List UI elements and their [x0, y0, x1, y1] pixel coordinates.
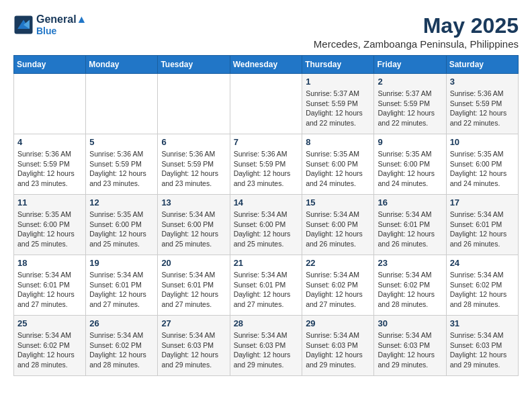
calendar-week-4: 18Sunrise: 5:34 AM Sunset: 6:01 PM Dayli… [14, 255, 519, 316]
calendar-cell: 16Sunrise: 5:34 AM Sunset: 6:01 PM Dayli… [374, 195, 446, 255]
calendar-cell [230, 74, 302, 134]
calendar-cell: 5Sunrise: 5:36 AM Sunset: 5:59 PM Daylig… [86, 134, 158, 195]
day-info: Sunrise: 5:34 AM Sunset: 6:01 PM Dayligh… [378, 210, 442, 249]
calendar-cell: 11Sunrise: 5:35 AM Sunset: 6:00 PM Dayli… [14, 195, 86, 255]
calendar-week-1: 1Sunrise: 5:37 AM Sunset: 5:59 PM Daylig… [14, 74, 519, 134]
day-info: Sunrise: 5:36 AM Sunset: 5:59 PM Dayligh… [450, 89, 515, 128]
calendar-cell: 10Sunrise: 5:35 AM Sunset: 6:00 PM Dayli… [446, 134, 518, 195]
calendar-cell: 25Sunrise: 5:34 AM Sunset: 6:02 PM Dayli… [14, 316, 86, 376]
calendar-cell: 20Sunrise: 5:34 AM Sunset: 6:01 PM Dayli… [158, 255, 230, 316]
day-info: Sunrise: 5:34 AM Sunset: 6:02 PM Dayligh… [17, 330, 82, 370]
day-number: 18 [17, 258, 82, 268]
calendar-cell: 21Sunrise: 5:34 AM Sunset: 6:01 PM Dayli… [230, 255, 302, 316]
day-number: 5 [89, 137, 154, 147]
day-number: 17 [450, 197, 515, 208]
day-info: Sunrise: 5:34 AM Sunset: 6:01 PM Dayligh… [234, 270, 299, 310]
calendar-cell: 24Sunrise: 5:34 AM Sunset: 6:02 PM Dayli… [446, 255, 518, 316]
day-info: Sunrise: 5:34 AM Sunset: 6:00 PM Dayligh… [306, 210, 370, 249]
day-info: Sunrise: 5:36 AM Sunset: 5:59 PM Dayligh… [161, 149, 226, 189]
day-info: Sunrise: 5:36 AM Sunset: 5:59 PM Dayligh… [17, 149, 82, 189]
day-info: Sunrise: 5:35 AM Sunset: 6:00 PM Dayligh… [450, 149, 515, 189]
day-number: 9 [378, 137, 442, 147]
calendar-cell: 12Sunrise: 5:35 AM Sunset: 6:00 PM Dayli… [86, 195, 158, 255]
weekday-header-tuesday: Tuesday [158, 56, 230, 74]
calendar-cell: 19Sunrise: 5:34 AM Sunset: 6:01 PM Dayli… [86, 255, 158, 316]
day-number: 11 [17, 197, 82, 208]
calendar-cell: 26Sunrise: 5:34 AM Sunset: 6:02 PM Dayli… [86, 316, 158, 376]
calendar-cell: 28Sunrise: 5:34 AM Sunset: 6:03 PM Dayli… [230, 316, 302, 376]
day-number: 24 [450, 258, 515, 268]
day-number: 2 [378, 77, 442, 87]
day-info: Sunrise: 5:37 AM Sunset: 5:59 PM Dayligh… [378, 89, 442, 128]
day-number: 29 [306, 318, 370, 328]
day-number: 25 [17, 318, 82, 328]
day-number: 28 [234, 318, 299, 328]
day-info: Sunrise: 5:34 AM Sunset: 6:03 PM Dayligh… [234, 330, 299, 370]
calendar-cell: 13Sunrise: 5:34 AM Sunset: 6:00 PM Dayli… [158, 195, 230, 255]
weekday-header-thursday: Thursday [302, 56, 374, 74]
day-info: Sunrise: 5:34 AM Sunset: 6:02 PM Dayligh… [450, 270, 515, 310]
day-info: Sunrise: 5:36 AM Sunset: 5:59 PM Dayligh… [234, 149, 299, 189]
day-number: 7 [234, 137, 299, 147]
weekday-header-row: SundayMondayTuesdayWednesdayThursdayFrid… [14, 56, 519, 74]
calendar-cell: 1Sunrise: 5:37 AM Sunset: 5:59 PM Daylig… [302, 74, 374, 134]
day-info: Sunrise: 5:34 AM Sunset: 6:01 PM Dayligh… [89, 270, 154, 310]
day-number: 23 [378, 258, 442, 268]
day-number: 20 [161, 258, 226, 268]
weekday-header-sunday: Sunday [14, 56, 86, 74]
day-info: Sunrise: 5:34 AM Sunset: 6:00 PM Dayligh… [161, 210, 226, 249]
day-info: Sunrise: 5:34 AM Sunset: 6:03 PM Dayligh… [450, 330, 515, 370]
calendar-week-5: 25Sunrise: 5:34 AM Sunset: 6:02 PM Dayli… [14, 316, 519, 376]
calendar-cell: 31Sunrise: 5:34 AM Sunset: 6:03 PM Dayli… [446, 316, 518, 376]
day-number: 31 [450, 318, 515, 328]
day-info: Sunrise: 5:37 AM Sunset: 5:59 PM Dayligh… [306, 89, 370, 128]
day-info: Sunrise: 5:35 AM Sunset: 6:00 PM Dayligh… [306, 149, 370, 189]
day-info: Sunrise: 5:34 AM Sunset: 6:03 PM Dayligh… [306, 330, 370, 370]
calendar-cell: 8Sunrise: 5:35 AM Sunset: 6:00 PM Daylig… [302, 134, 374, 195]
calendar-cell: 30Sunrise: 5:34 AM Sunset: 6:03 PM Dayli… [374, 316, 446, 376]
calendar-cell [14, 74, 86, 134]
day-info: Sunrise: 5:36 AM Sunset: 5:59 PM Dayligh… [89, 149, 154, 189]
month-title: May 2025 [314, 13, 519, 38]
day-number: 6 [161, 137, 226, 147]
calendar-cell: 2Sunrise: 5:37 AM Sunset: 5:59 PM Daylig… [374, 74, 446, 134]
location-title: Mercedes, Zamboanga Peninsula, Philippin… [314, 38, 519, 50]
calendar-cell: 14Sunrise: 5:34 AM Sunset: 6:00 PM Dayli… [230, 195, 302, 255]
day-info: Sunrise: 5:34 AM Sunset: 6:01 PM Dayligh… [161, 270, 226, 310]
calendar-cell: 4Sunrise: 5:36 AM Sunset: 5:59 PM Daylig… [14, 134, 86, 195]
logo: General▲ Blue [13, 13, 87, 36]
calendar-cell: 17Sunrise: 5:34 AM Sunset: 6:01 PM Dayli… [446, 195, 518, 255]
weekday-header-saturday: Saturday [446, 56, 518, 74]
logo-text: General▲ Blue [36, 13, 87, 36]
day-number: 22 [306, 258, 370, 268]
day-number: 14 [234, 197, 299, 208]
day-info: Sunrise: 5:34 AM Sunset: 6:02 PM Dayligh… [89, 330, 154, 370]
day-info: Sunrise: 5:34 AM Sunset: 6:00 PM Dayligh… [234, 210, 299, 249]
calendar-cell [86, 74, 158, 134]
weekday-header-wednesday: Wednesday [230, 56, 302, 74]
day-info: Sunrise: 5:34 AM Sunset: 6:03 PM Dayligh… [161, 330, 226, 370]
day-number: 13 [161, 197, 226, 208]
weekday-header-friday: Friday [374, 56, 446, 74]
calendar-cell: 9Sunrise: 5:35 AM Sunset: 6:00 PM Daylig… [374, 134, 446, 195]
day-number: 1 [306, 77, 370, 87]
day-number: 19 [89, 258, 154, 268]
calendar-cell: 23Sunrise: 5:34 AM Sunset: 6:02 PM Dayli… [374, 255, 446, 316]
day-info: Sunrise: 5:34 AM Sunset: 6:03 PM Dayligh… [378, 330, 442, 370]
calendar-cell: 18Sunrise: 5:34 AM Sunset: 6:01 PM Dayli… [14, 255, 86, 316]
calendar-cell: 27Sunrise: 5:34 AM Sunset: 6:03 PM Dayli… [158, 316, 230, 376]
day-number: 21 [234, 258, 299, 268]
day-info: Sunrise: 5:35 AM Sunset: 6:00 PM Dayligh… [17, 210, 82, 249]
calendar-cell: 7Sunrise: 5:36 AM Sunset: 5:59 PM Daylig… [230, 134, 302, 195]
calendar-week-2: 4Sunrise: 5:36 AM Sunset: 5:59 PM Daylig… [14, 134, 519, 195]
day-info: Sunrise: 5:34 AM Sunset: 6:01 PM Dayligh… [17, 270, 82, 310]
calendar-week-3: 11Sunrise: 5:35 AM Sunset: 6:00 PM Dayli… [14, 195, 519, 255]
calendar-cell: 29Sunrise: 5:34 AM Sunset: 6:03 PM Dayli… [302, 316, 374, 376]
logo-icon [13, 15, 34, 35]
calendar-cell: 15Sunrise: 5:34 AM Sunset: 6:00 PM Dayli… [302, 195, 374, 255]
calendar-cell [158, 74, 230, 134]
day-info: Sunrise: 5:34 AM Sunset: 6:02 PM Dayligh… [378, 270, 442, 310]
day-number: 27 [161, 318, 226, 328]
title-block: May 2025 Mercedes, Zamboanga Peninsula, … [314, 13, 519, 50]
calendar-table: SundayMondayTuesdayWednesdayThursdayFrid… [13, 55, 519, 376]
